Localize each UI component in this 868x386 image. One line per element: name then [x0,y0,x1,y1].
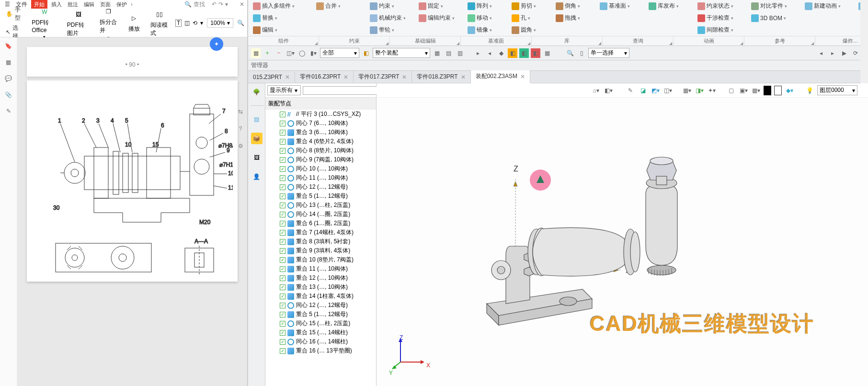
vp-box1-icon[interactable]: ◪ [638,86,648,95]
assistant-icon[interactable]: ✦ [210,37,223,51]
assembly-scope-dropdown[interactable]: 整个装配▾ [373,48,430,58]
nav2-icon[interactable]: ▸ [828,48,837,58]
bookmark-icon[interactable]: 🔖 [4,41,13,51]
vp-wire-icon[interactable]: ◫▾ [663,86,673,95]
vp-layer-icon[interactable]: ◆▾ [785,86,794,95]
checkbox-icon[interactable]: ✓ [280,203,286,208]
zoom-level[interactable]: 100%▾ [207,18,233,28]
vp-axis-icon[interactable]: ✦▾ [707,86,717,95]
ribbon-btn[interactable]: 编辑约束▾ [416,13,464,23]
ribbon-btn[interactable]: 移动▾ [465,13,508,23]
tree-root[interactable]: 装配节点 [265,98,376,110]
constraint-item[interactable]: ✓重合 5 (1…, 12螺母) [265,310,376,319]
play-tool[interactable]: ▷播放 [125,12,144,33]
ribbon-btn[interactable] [748,25,801,35]
checkbox-icon[interactable]: ✓ [280,294,286,299]
ribbon-btn[interactable] [802,25,855,35]
thumbnail-icon[interactable]: ▦ [4,57,13,67]
filter-all-dropdown[interactable]: 全部▾ [320,48,359,58]
bulb-icon[interactable]: 💡 [805,86,814,95]
ribbon-btn[interactable] [597,13,645,23]
ribbon-btn[interactable]: 对比零件▾ [748,1,801,11]
ribbon-btn[interactable]: 编辑▾ [250,25,312,35]
text-tool-icon[interactable]: T [175,19,182,27]
layer-dropdown[interactable]: 图层0000▾ [817,85,857,95]
sort-icon[interactable]: ▮▾ [308,48,318,58]
close-tab-icon[interactable]: ✕ [402,74,407,80]
file-menu[interactable]: 文件 [14,0,29,9]
chevron-down-icon[interactable]: ▾ [225,1,228,8]
constraint-item[interactable]: ✓重合 16 (… 13平垫圈) [265,346,376,355]
t9-icon[interactable]: ◧ [531,48,540,58]
ribbon-btn[interactable]: 阵列▾ [465,1,508,11]
checkbox-icon[interactable]: ✓ [280,275,286,281]
vp-sect-icon[interactable]: ▦▾ [682,86,692,95]
ribbon-btn[interactable]: 约束▾ [367,1,415,11]
constraint-item[interactable]: ✓重合 15 (…, 14螺柱) [265,328,376,337]
checkbox-icon[interactable]: ✓ [280,284,286,290]
close-tab-icon[interactable]: ✕ [285,74,290,80]
ribbon-btn[interactable] [646,25,694,35]
checkbox-icon[interactable]: ✓ [280,230,286,236]
constraint-item[interactable]: ✓同心 15 (…柱, 2压盖) [265,319,376,328]
plus-icon[interactable]: ＋ [263,48,272,58]
t5-icon[interactable]: ◂ [485,48,494,58]
constraint-item[interactable]: ✓重合 9 (3填料, 4泵体) [265,246,376,255]
checkbox-icon[interactable]: ✓ [280,330,286,336]
constraint-item[interactable]: ✓同心 14 (…圈, 2压盖) [265,210,376,219]
close-tab-icon[interactable]: ✕ [461,74,466,80]
user-icon[interactable]: 👤 [251,171,263,182]
filter-icon[interactable]: ▦ [251,48,261,58]
close-icon[interactable]: ✕ [240,1,244,8]
tab-insert[interactable]: 插入 [49,1,64,8]
ribbon-btn[interactable] [313,13,366,23]
ribbon-btn[interactable]: 固定▾ [416,1,464,11]
checkbox-icon[interactable]: ✓ [280,321,286,327]
tree-filter-input[interactable] [303,86,379,95]
package-icon[interactable]: 📦 [251,133,263,144]
pdf-content-area[interactable]: ✦ ⇆ ? ⚙ • 90 • [17,37,247,386]
t1-icon[interactable]: ▦ [432,48,442,58]
ribbon-btn[interactable]: 库发布▾ [646,1,694,11]
tab-edit[interactable]: 编辑 [82,1,96,8]
t3-icon[interactable]: ▥ [455,48,465,58]
ribbon-btn[interactable] [597,25,645,35]
t8-icon[interactable]: ◧ [519,48,529,58]
dropdown-icon[interactable]: ▾ [200,20,203,26]
constraint-item[interactable]: ✓同心 7 (6…, 10阀体) [265,119,376,128]
vp-box2-icon[interactable]: ◩▾ [651,86,660,95]
constraint-item[interactable]: ✓重合 12 (…, 10阀体) [265,273,376,283]
circle-icon[interactable]: ◯ [297,48,307,58]
pdf-to-image[interactable]: 🖼PDF转图片 [64,9,93,37]
file-tab[interactable]: 装配002.Z3ASM✕ [471,70,530,83]
nav1-icon[interactable]: ◂ [816,48,826,58]
close-tab-icon[interactable]: ✕ [520,73,525,80]
tab-page[interactable]: 页面 [98,1,113,8]
constraint-item[interactable]: ✓重合 3 (6…, 10阀体) [265,128,376,137]
close-tab-icon[interactable]: ✕ [343,74,348,80]
nav3-icon[interactable]: ▶ [839,48,849,58]
file-tab[interactable]: 零件018.Z3PRT✕ [412,71,470,83]
view-triad[interactable] [391,333,429,372]
ribbon-btn[interactable]: 3D BOM▾ [748,13,801,23]
ribbon-btn[interactable]: 机械约束▾ [367,13,415,23]
ribbon-btn[interactable]: 剪切▾ [509,1,552,11]
ribbon-btn[interactable]: 合并▾ [313,1,366,11]
tab-protect[interactable]: 保护 [114,1,129,8]
ribbon-btn[interactable]: 孔▾ [509,13,552,23]
file-tab[interactable]: 零件017.Z3PRT✕ [354,71,412,83]
constraint-item[interactable]: ✓重合 7 (14螺柱, 4泵体) [265,228,376,237]
ribbon-btn[interactable]: 带轮▾ [367,25,415,35]
constraint-item[interactable]: ✓重合 5 (1…, 12螺母) [265,192,376,201]
checkbox-icon[interactable]: ✓ [280,166,286,172]
chevron-right-icon[interactable]: › [131,1,133,8]
checkbox-icon[interactable]: ✓ [280,121,286,126]
checkbox-icon[interactable]: ✓ [280,266,286,272]
ribbon-btn[interactable]: 拖拽▾ [553,13,596,23]
t2-icon[interactable]: ▤ [444,48,453,58]
checkbox-icon[interactable]: ✓ [280,148,286,154]
constraint-item[interactable]: ✓同心 12 (…, 12螺母) [265,301,376,310]
ribbon-btn[interactable] [416,25,464,35]
constraint-item[interactable]: ✓重合 6 (1…圈, 2压盖) [265,219,376,228]
ribbon-btn[interactable]: 倒角▾ [553,1,596,11]
